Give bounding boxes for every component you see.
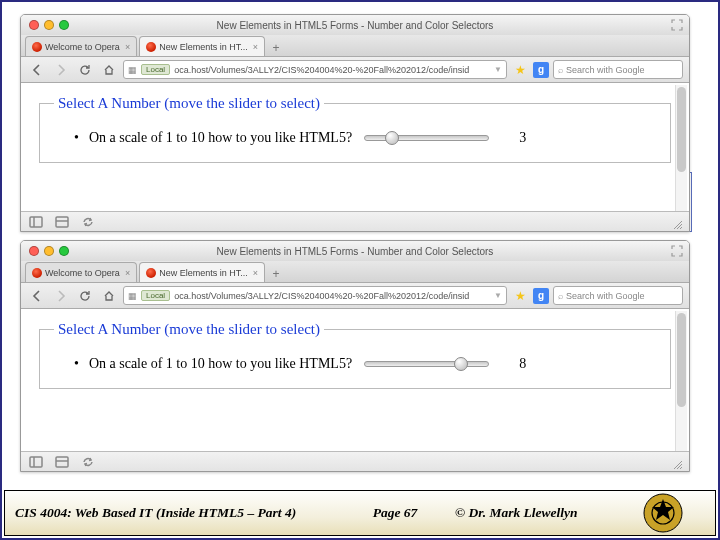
minimize-icon[interactable] — [44, 246, 54, 256]
tab-bar: Welcome to Opera × New Elements in HT...… — [21, 35, 689, 57]
slider-output: 3 — [519, 130, 526, 146]
vertical-scrollbar[interactable] — [675, 311, 687, 467]
forward-button[interactable] — [51, 287, 71, 305]
fullscreen-icon[interactable] — [671, 19, 683, 31]
svg-rect-2 — [56, 217, 68, 227]
page-viewport: Select A Number (move the slider to sele… — [21, 309, 689, 429]
local-badge: Local — [141, 64, 170, 75]
window-title: New Elements in HTML5 Forms - Number and… — [21, 246, 689, 257]
panel-icon[interactable] — [55, 455, 69, 469]
resize-grip-icon[interactable] — [671, 216, 683, 228]
search-placeholder: Search with Google — [566, 291, 645, 301]
fieldset-legend: Select A Number (move the slider to sele… — [54, 321, 324, 338]
range-slider[interactable] — [364, 135, 489, 141]
tab-active[interactable]: New Elements in HT... × — [139, 36, 265, 56]
opera-icon — [32, 268, 42, 278]
tab-welcome[interactable]: Welcome to Opera × — [25, 262, 137, 282]
close-icon[interactable] — [29, 246, 39, 256]
slider-fieldset: Select A Number (move the slider to sele… — [39, 95, 671, 163]
titlebar: New Elements in HTML5 Forms - Number and… — [21, 15, 689, 35]
resize-grip-icon[interactable] — [671, 456, 683, 468]
vertical-scrollbar[interactable] — [675, 85, 687, 227]
status-bar — [21, 211, 689, 231]
question-text: On a scale of 1 to 10 how to you like HT… — [89, 356, 352, 372]
search-placeholder: Search with Google — [566, 65, 645, 75]
search-box[interactable]: ⌕ Search with Google — [553, 286, 683, 305]
new-tab-button[interactable]: + — [267, 266, 285, 282]
bullet-icon: • — [74, 356, 79, 372]
slider-thumb-icon[interactable] — [454, 357, 468, 371]
local-badge: Local — [141, 290, 170, 301]
address-bar[interactable]: ▦ Local oca.host/Volumes/3ALLY2/CIS%2040… — [123, 60, 507, 79]
close-tab-icon[interactable]: × — [125, 268, 130, 278]
back-button[interactable] — [27, 287, 47, 305]
fieldset-legend: Select A Number (move the slider to sele… — [54, 95, 324, 112]
question-row: • On a scale of 1 to 10 how to you like … — [74, 130, 656, 146]
opera-icon — [32, 42, 42, 52]
new-tab-button[interactable]: + — [267, 40, 285, 56]
sync-icon[interactable] — [81, 215, 95, 229]
window-controls — [29, 246, 69, 256]
back-button[interactable] — [27, 61, 47, 79]
slide-frame: t a New Elements in HTML5 Forms - Number… — [0, 0, 720, 540]
tab-welcome[interactable]: Welcome to Opera × — [25, 36, 137, 56]
close-tab-icon[interactable]: × — [125, 42, 130, 52]
status-bar — [21, 451, 689, 471]
tab-active[interactable]: New Elements in HT... × — [139, 262, 265, 282]
slider-wrap — [364, 135, 489, 141]
google-plus-icon[interactable]: g — [533, 62, 549, 78]
home-button[interactable] — [99, 61, 119, 79]
opera-icon — [146, 42, 156, 52]
slide-footer: CIS 4004: Web Based IT (Inside HTML5 – P… — [4, 490, 716, 536]
panel-icon[interactable] — [55, 215, 69, 229]
opera-icon — [146, 268, 156, 278]
window-title: New Elements in HTML5 Forms - Number and… — [21, 20, 689, 31]
bookmark-star-icon[interactable]: ★ — [511, 63, 529, 77]
close-tab-icon[interactable]: × — [253, 268, 258, 278]
slider-output: 8 — [519, 356, 526, 372]
close-icon[interactable] — [29, 20, 39, 30]
window-controls — [29, 20, 69, 30]
bullet-icon: • — [74, 130, 79, 146]
reload-button[interactable] — [75, 61, 95, 79]
search-box[interactable]: ⌕ Search with Google — [553, 60, 683, 79]
toolbar: ▦ Local oca.host/Volumes/3ALLY2/CIS%2040… — [21, 283, 689, 309]
zoom-icon[interactable] — [59, 20, 69, 30]
browser-window-top: New Elements in HTML5 Forms - Number and… — [20, 14, 690, 232]
page-viewport: Select A Number (move the slider to sele… — [21, 83, 689, 173]
slider-thumb-icon[interactable] — [385, 131, 399, 145]
svg-rect-4 — [30, 457, 42, 467]
panel-icon[interactable] — [29, 215, 43, 229]
fullscreen-icon[interactable] — [671, 245, 683, 257]
zoom-icon[interactable] — [59, 246, 69, 256]
svg-rect-6 — [56, 457, 68, 467]
ucf-logo-icon — [643, 493, 683, 533]
question-text: On a scale of 1 to 10 how to you like HT… — [89, 130, 352, 146]
footer-page: Page 67 — [335, 505, 455, 521]
google-plus-icon[interactable]: g — [533, 288, 549, 304]
titlebar: New Elements in HTML5 Forms - Number and… — [21, 241, 689, 261]
reload-button[interactable] — [75, 287, 95, 305]
address-bar[interactable]: ▦ Local oca.host/Volumes/3ALLY2/CIS%2040… — [123, 286, 507, 305]
slider-wrap — [364, 361, 489, 367]
address-text: oca.host/Volumes/3ALLY2/CIS%204004%20-%2… — [174, 291, 469, 301]
range-slider[interactable] — [364, 361, 489, 367]
forward-button[interactable] — [51, 61, 71, 79]
tab-bar: Welcome to Opera × New Elements in HT...… — [21, 261, 689, 283]
home-button[interactable] — [99, 287, 119, 305]
scrollbar-thumb[interactable] — [677, 313, 686, 407]
panel-icon[interactable] — [29, 455, 43, 469]
tab-label: New Elements in HT... — [159, 268, 248, 278]
browser-window-bottom: New Elements in HTML5 Forms - Number and… — [20, 240, 690, 472]
footer-course: CIS 4004: Web Based IT (Inside HTML5 – P… — [5, 505, 335, 521]
close-tab-icon[interactable]: × — [253, 42, 258, 52]
question-row: • On a scale of 1 to 10 how to you like … — [74, 356, 656, 372]
tab-label: Welcome to Opera — [45, 268, 120, 278]
svg-rect-0 — [30, 217, 42, 227]
scrollbar-thumb[interactable] — [677, 87, 686, 172]
tab-label: Welcome to Opera — [45, 42, 120, 52]
minimize-icon[interactable] — [44, 20, 54, 30]
sync-icon[interactable] — [81, 455, 95, 469]
toolbar: ▦ Local oca.host/Volumes/3ALLY2/CIS%2040… — [21, 57, 689, 83]
bookmark-star-icon[interactable]: ★ — [511, 289, 529, 303]
